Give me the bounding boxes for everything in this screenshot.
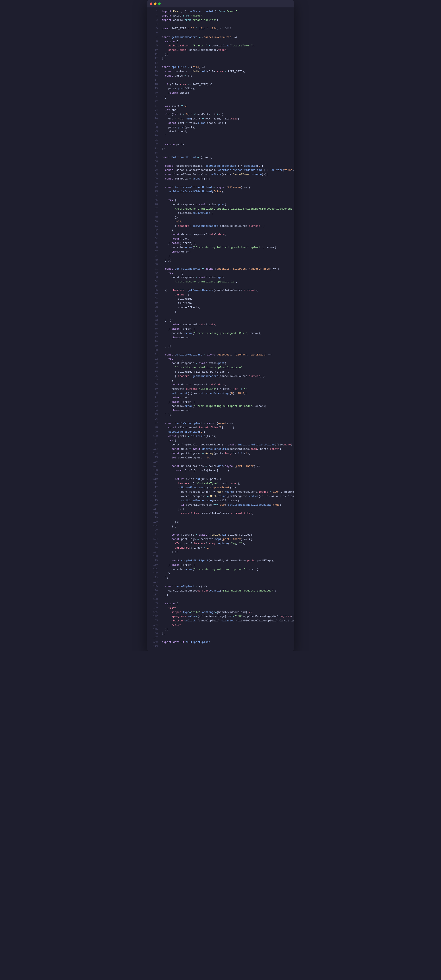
line-95: 95 } }; [147, 413, 294, 417]
line-101: 101 try { [147, 439, 294, 443]
line-99: 99 setUploadPercentage(0); [147, 430, 294, 434]
line-123: 123 const resParts = await Promise.all(u… [147, 533, 294, 537]
line-102: 102 const { uploadId, documentBase } = a… [147, 443, 294, 447]
line-135: 135 const cancelUpload = () => [147, 584, 294, 589]
line-56: 56 console.error("Error during initiatin… [147, 245, 294, 250]
line-9: 9 Authorization: "Bearer " + cookie.load… [147, 44, 294, 48]
line-143: 143 <button onClick={cancelUpload} disab… [147, 619, 294, 623]
titlebar [147, 0, 294, 8]
line-79: 79 } }; [147, 344, 294, 348]
line-120: 120 }); [147, 520, 294, 525]
close-button[interactable] [150, 3, 152, 5]
line-1: 1import React, { useState, useRef } from… [147, 10, 294, 14]
line-32: 32 return parts; [147, 143, 294, 147]
line-77: 77 throw error; [147, 336, 294, 340]
line-70: 70 numberOfParts, [147, 305, 294, 310]
line-148: 148export default MultipartUpload; [147, 640, 294, 644]
line-8: 8 return { [147, 40, 294, 44]
line-5: 5const PART_SIZE = 50 * 1024 * 1024; // … [147, 27, 294, 31]
line-28: 28 parts.push(part); [147, 126, 294, 130]
maximize-button[interactable] [158, 3, 161, 5]
line-74: 74 return response?.data?.data; [147, 323, 294, 327]
line-86: 86 { headers: getCommonHeaders(cancelTok… [147, 374, 294, 379]
line-59: 59 } }; [147, 258, 294, 262]
line-114: 114 overallProgress = Math.round(partPro… [147, 494, 294, 499]
line-104: 104 const partProgress = Array(parts.len… [147, 452, 294, 456]
line-144: 144 </div> [147, 623, 294, 627]
line-53: 53 const data = response?.data?.data; [147, 232, 294, 237]
line-100: 100 const parts = splitFile(file); [147, 434, 294, 439]
line-19: 19 parts.push(file); [147, 87, 294, 91]
line-129: 129 await completeMultipart(uploadId, do… [147, 559, 294, 563]
line-128: 128 [147, 554, 294, 559]
line-44: 44 [147, 194, 294, 198]
line-15: 15 const numParts = Math.ceil(file.size … [147, 70, 294, 74]
line-111: 111 headers: { "Content-Type": part.type… [147, 482, 294, 486]
line-66: 66 { headers: getCommonHeaders(cancelTok… [147, 288, 294, 293]
line-134: 134 [147, 580, 294, 584]
line-125: 125 eTag: part?.headers?.etag.replace(/"… [147, 542, 294, 546]
line-42: 42 const initiateMultipartUpload = async… [147, 186, 294, 190]
line-113: 113 partProgress[index] = Math.round((pr… [147, 490, 294, 494]
line-72: 72 [147, 314, 294, 318]
line-119: 119 [147, 516, 294, 520]
line-61: 61 const getPreSignedUrls = async (uploa… [147, 267, 294, 271]
line-105: 105 let overallProgress = 0; [147, 456, 294, 460]
line-33: 33}; [147, 147, 294, 151]
minimize-button[interactable] [154, 3, 157, 5]
line-121: 121 }); [147, 525, 294, 529]
line-73: 73 } ); [147, 318, 294, 323]
line-80: 80 [147, 348, 294, 353]
line-136: 136 cancelTokenSource.current.cancel("Fi… [147, 589, 294, 593]
line-49: 49 )}`, [147, 215, 294, 220]
line-64: 64 '/core/document/multipart-upload/urls… [147, 280, 294, 284]
line-138: 138 [147, 597, 294, 601]
line-132: 132 } [147, 571, 294, 576]
line-112: 112 onUploadProgress: (progressEvent) => [147, 486, 294, 490]
line-4: 4 [147, 22, 294, 27]
line-3: 3import cookie from "react-cookies"; [147, 18, 294, 22]
line-51: 51 { headers: getCommonHeaders(cancelTok… [147, 224, 294, 228]
line-69: 69 filePath, [147, 301, 294, 305]
line-21: 21 } [147, 95, 294, 100]
line-85: 85 { uploadId, filePath, partETags }, [147, 370, 294, 374]
line-46: 46 const response = await axios.post( [147, 203, 294, 207]
line-14: 14const splitFile = (file) => [147, 65, 294, 70]
line-126: 126 partNumber: index + 1, [147, 546, 294, 550]
line-50: 50 null, [147, 220, 294, 224]
line-12: 12}; [147, 57, 294, 61]
line-149: 149 [147, 644, 294, 649]
line-124: 124 const partETags = resParts.map((part… [147, 537, 294, 542]
line-97: 97 const handleVideoUpload = async (even… [147, 422, 294, 426]
line-146: 146}; [147, 632, 294, 636]
line-48: 48 filename.toLowerCase() [147, 211, 294, 215]
line-22: 22 [147, 100, 294, 104]
line-47: 47 '/core/document/multipart-upload/init… [147, 207, 294, 211]
line-55: 55 } catch( error) { [147, 241, 294, 245]
line-108: 108 const { url } = urls[index]; { [147, 469, 294, 473]
line-107: 107 const uploadPromises = parts.map(asy… [147, 464, 294, 469]
line-90: 90 setTimeout(() => setUploadPercentage(… [147, 391, 294, 396]
line-36: 36 [147, 160, 294, 164]
line-30: 30 } [147, 134, 294, 138]
line-27: 27 const part = file.slice(start, end); [147, 121, 294, 126]
line-75: 75 } catch (error) { [147, 327, 294, 331]
line-147: 147 [147, 636, 294, 640]
line-54: 54 return data; [147, 237, 294, 241]
line-145: 145 ); [147, 627, 294, 632]
line-76: 76 console.error("Error fetching pre-sig… [147, 331, 294, 336]
line-6: 6 [147, 31, 294, 35]
line-87: 87 ); [147, 379, 294, 383]
line-139: 139 return ( [147, 601, 294, 606]
line-40: 40 const formData = useRef({}); [147, 177, 294, 181]
line-98: 98 const file = event.target.files[0]; { [147, 426, 294, 430]
line-60: 60 [147, 262, 294, 267]
line-62: 62 try { [147, 271, 294, 276]
line-67: 67 params: { [147, 293, 294, 297]
line-133: 133 }; [147, 576, 294, 580]
line-140: 140 <div> [147, 606, 294, 610]
line-13: 13 [147, 61, 294, 65]
code-area: 1import React, { useState, useRef } from… [147, 8, 294, 651]
line-92: 92 } catch (error) { [147, 400, 294, 404]
line-137: 137 }; [147, 593, 294, 597]
